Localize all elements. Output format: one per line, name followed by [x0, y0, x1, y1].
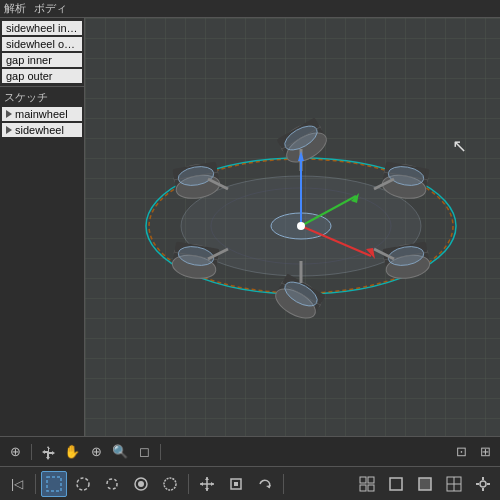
viewport-3d[interactable]: ↖: [85, 18, 500, 436]
sketch-sidewheel[interactable]: sidewheel: [2, 123, 82, 137]
action-select-lasso[interactable]: [99, 471, 125, 497]
toolbar-orbit[interactable]: ⊕: [85, 441, 107, 463]
wheel-assembly-svg: [111, 36, 491, 376]
svg-marker-57: [200, 482, 203, 486]
action-select-5[interactable]: [157, 471, 183, 497]
main-area: sidewheel inner (18) sidewheel outer (1)…: [0, 18, 500, 436]
toolbar-display[interactable]: ⊡: [450, 441, 472, 463]
action-select-box[interactable]: [41, 471, 67, 497]
top-bar: 解析 ボディ: [0, 0, 500, 18]
top-bar-analyze[interactable]: 解析: [4, 1, 26, 16]
top-bar-body[interactable]: ボディ: [34, 1, 67, 16]
panel-item-sidewheel-inner[interactable]: sidewheel inner (18): [2, 21, 82, 35]
panel-item-gap-inner[interactable]: gap inner: [2, 53, 82, 67]
toolbar-move[interactable]: [37, 441, 59, 463]
action-select-circle[interactable]: [70, 471, 96, 497]
action-settings[interactable]: [470, 471, 496, 497]
separator-1: [31, 444, 32, 460]
svg-point-47: [297, 222, 305, 230]
sep-a2: [188, 474, 189, 494]
action-view[interactable]: [441, 471, 467, 497]
action-square-2[interactable]: [412, 471, 438, 497]
action-grid[interactable]: [354, 471, 380, 497]
app-container: 解析 ボディ sidewheel inner (18) sidewheel ou…: [0, 0, 500, 500]
svg-rect-73: [482, 488, 484, 491]
sep-a1: [35, 474, 36, 494]
panel-item-gap-outer[interactable]: gap outer: [2, 69, 82, 83]
svg-rect-64: [360, 485, 366, 491]
svg-rect-72: [482, 477, 484, 480]
left-panel: sidewheel inner (18) sidewheel outer (1)…: [0, 18, 85, 436]
divider-1: [0, 86, 84, 87]
svg-point-51: [138, 481, 144, 487]
expand-icon-2: [6, 126, 12, 134]
sep-a3: [283, 474, 284, 494]
action-select-paint[interactable]: [128, 471, 154, 497]
svg-marker-56: [205, 488, 209, 491]
action-bar: |◁: [0, 466, 500, 500]
action-scale[interactable]: [223, 471, 249, 497]
svg-point-49: [77, 478, 89, 490]
svg-marker-58: [211, 482, 214, 486]
separator-2: [160, 444, 161, 460]
action-translate[interactable]: [194, 471, 220, 497]
sketch-mainwheel[interactable]: mainwheel: [2, 107, 82, 121]
panel-item-sidewheel-outer[interactable]: sidewheel outer (1): [2, 37, 82, 51]
sketch-mainwheel-label: mainwheel: [15, 108, 68, 120]
toolbar-frame[interactable]: ◻: [133, 441, 155, 463]
sketch-sidewheel-label: sidewheel: [15, 124, 64, 136]
section-sketch: スケッチ: [0, 89, 84, 106]
toolbar-render[interactable]: ⊞: [474, 441, 496, 463]
svg-point-71: [480, 481, 486, 487]
svg-rect-74: [476, 483, 479, 485]
svg-marker-55: [205, 477, 209, 480]
toolbar-zoom[interactable]: 🔍: [109, 441, 131, 463]
bottom-toolbar: ⊕ ✋ ⊕ 🔍 ◻ ⊡ ⊞: [0, 436, 500, 466]
toolbar-hand[interactable]: ✋: [61, 441, 83, 463]
action-square-1[interactable]: [383, 471, 409, 497]
action-rotate[interactable]: [252, 471, 278, 497]
svg-rect-65: [368, 485, 374, 491]
action-skip-start[interactable]: |◁: [4, 471, 30, 497]
svg-rect-63: [368, 477, 374, 483]
svg-point-52: [164, 478, 176, 490]
toolbar-plus[interactable]: ⊕: [4, 441, 26, 463]
svg-rect-75: [487, 483, 490, 485]
svg-rect-67: [419, 478, 431, 490]
svg-rect-60: [234, 482, 238, 486]
svg-rect-62: [360, 477, 366, 483]
expand-icon: [6, 110, 12, 118]
svg-rect-48: [47, 477, 61, 491]
svg-rect-66: [390, 478, 402, 490]
